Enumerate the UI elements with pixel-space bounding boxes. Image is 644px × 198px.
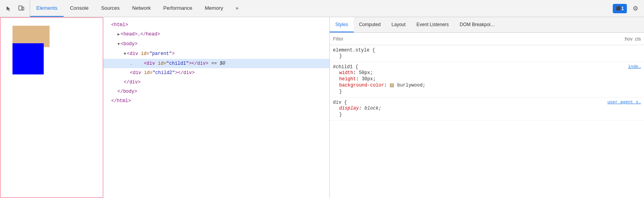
color-swatch-burlywood (390, 83, 394, 87)
rule-div-close: } (333, 111, 641, 118)
preview-canvas (5, 22, 98, 100)
tab-network[interactable]: Network (126, 0, 157, 17)
devtools-main: <html> ▶<head>…</head> ▼<body> ▼<div id=… (0, 17, 644, 198)
rule-element-style-header: element.style { (333, 48, 641, 53)
source-div[interactable]: user agent s… (607, 100, 641, 104)
cursor-icon[interactable] (3, 3, 14, 14)
rule-div-header: div { user agent s… (333, 100, 641, 105)
device-icon[interactable] (16, 3, 27, 14)
tab-computed[interactable]: Computed (354, 17, 386, 32)
tab-more[interactable]: » (229, 0, 245, 17)
prop-width: width: 50px; (333, 70, 641, 76)
rule-element-style: element.style { } (330, 45, 644, 62)
dom-child1[interactable]: … <div id="child1"></div> == $0 (103, 59, 329, 68)
dom-head[interactable]: ▶<head>…</head> (103, 30, 329, 39)
source-child1[interactable]: inde… (628, 64, 641, 69)
tab-event-listeners[interactable]: Event Listeners (411, 17, 454, 32)
dom-close-body: </body> (103, 87, 329, 96)
selector-child1: #child1 { (333, 64, 358, 70)
dom-child2[interactable]: <div id="child2"></div> (103, 68, 329, 78)
styles-pane: Styles Computed Layout Event Listeners D… (330, 17, 644, 198)
toolbar-icons (0, 0, 30, 17)
dom-body[interactable]: ▼<body> (103, 39, 329, 49)
dom-html[interactable]: <html> (103, 20, 329, 30)
tab-performance[interactable]: Performance (157, 0, 198, 17)
tab-console[interactable]: Console (64, 0, 95, 17)
dom-parent-div[interactable]: ▼<div id="parent"> (103, 49, 329, 59)
rule-div-useragent: div { user agent s… display: block; } (330, 97, 644, 120)
styles-content: element.style { } #child1 { inde… width:… (330, 45, 644, 198)
rule-element-style-close: } (333, 53, 641, 59)
preview-blue-box (12, 43, 44, 74)
tab-memory[interactable]: Memory (199, 0, 229, 17)
rule-child1-header: #child1 { inde… (333, 64, 641, 70)
prop-background-color: background-color: burlywood; (333, 82, 641, 88)
preview-pane (0, 17, 103, 198)
styles-filter-bar: :hov .cls (330, 33, 644, 45)
tab-elements[interactable]: Elements (30, 0, 64, 17)
styles-tabs: Styles Computed Layout Event Listeners D… (330, 17, 644, 33)
selector-div: div { (333, 100, 347, 105)
tab-dom-breakpoints[interactable]: DOM Breakpoi… (454, 17, 501, 32)
styles-filter-input[interactable] (333, 36, 621, 42)
rule-child1: #child1 { inde… width: 50px; height: 30p… (330, 62, 644, 97)
main-tab-list: Elements Console Sources Network Perform… (30, 0, 610, 17)
dom-close-html: </html> (103, 96, 329, 106)
prop-height: height: 30px; (333, 76, 641, 82)
tab-styles[interactable]: Styles (330, 17, 354, 32)
gear-button[interactable]: ⚙ (630, 3, 641, 14)
notification-badge[interactable]: ⬛1 (613, 4, 627, 13)
prop-display: display: block; (333, 105, 641, 111)
svg-rect-1 (22, 7, 24, 10)
elements-pane: <html> ▶<head>…</head> ▼<body> ▼<div id=… (103, 17, 330, 198)
devtools-toolbar: Elements Console Sources Network Perform… (0, 0, 644, 17)
notification-count: 1 (621, 6, 624, 11)
tab-sources[interactable]: Sources (95, 0, 126, 17)
svg-rect-0 (19, 6, 22, 10)
rule-child1-close: } (333, 88, 641, 95)
tab-layout[interactable]: Layout (386, 17, 411, 32)
selector-element-style: element.style { (333, 48, 375, 53)
dom-close-parent: </div> (103, 78, 329, 87)
filter-hint: :hov .cls (624, 36, 641, 42)
toolbar-right: ⬛1 ⚙ (610, 0, 644, 17)
